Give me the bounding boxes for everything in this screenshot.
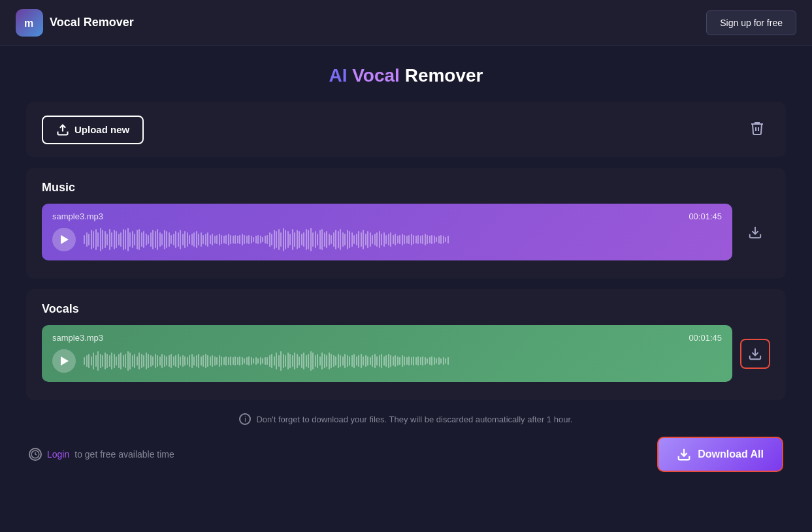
delete-button[interactable] [744,115,770,144]
app-title: Vocal Remover [50,16,134,29]
vocals-player-row: sample3.mp3 00:01:45 [42,325,770,382]
download-all-label: Download All [698,448,764,460]
vocals-duration: 00:01:45 [689,333,722,343]
music-play-button[interactable] [52,228,76,251]
vocals-section-label: Vocals [42,302,770,316]
header-left: m Vocal Remover [16,9,134,37]
login-hint-text: to get free available time [74,449,174,460]
trash-icon [749,120,765,136]
music-duration: 00:01:45 [689,211,722,221]
page-title-remover: Remover [405,65,483,86]
music-download-button[interactable] [740,217,770,247]
vocals-filename: sample3.mp3 [52,333,103,343]
vocals-download-button[interactable] [740,339,770,369]
download-icon [748,225,762,240]
download-icon-vocals [748,347,762,361]
login-hint: Login to get free available time [29,448,174,461]
vocals-waveform [84,348,722,374]
info-bar: i Don't forget to download your files. T… [26,413,786,425]
music-player: sample3.mp3 00:01:45 [42,204,732,260]
play-icon-vocals [61,356,69,366]
timer-icon [29,448,42,461]
music-section-card: Music sample3.mp3 00:01:45 [26,168,786,279]
vocals-player: sample3.mp3 00:01:45 [42,325,732,382]
music-filename: sample3.mp3 [52,211,103,221]
upload-bar: Upload new [42,115,770,144]
upload-button[interactable]: Upload new [42,116,144,144]
vocals-section-card: Vocals sample3.mp3 00:01:45 [26,289,786,400]
download-all-button[interactable]: Download All [657,437,783,472]
page-title-ai: AI [329,65,347,86]
page-title-vocal: Vocal [352,65,400,86]
play-icon [61,235,69,244]
login-link[interactable]: Login [47,449,69,460]
upload-icon [56,123,69,136]
music-waveform [84,227,722,253]
bottom-bar: Login to get free available time Downloa… [26,437,786,472]
upload-card: Upload new [26,102,786,157]
vocals-play-button[interactable] [52,349,76,373]
info-icon: i [239,413,251,425]
svg-text:m: m [24,18,33,29]
signup-button[interactable]: Sign up for free [706,10,796,35]
music-player-row: sample3.mp3 00:01:45 [42,204,770,260]
main-content: AI Vocal Remover Upload new [0,46,812,492]
vocals-controls [52,348,722,374]
music-section-label: Music [42,181,770,195]
logo-icon: m [16,9,43,37]
header: m Vocal Remover Sign up for free [0,0,812,46]
page-title: AI Vocal Remover [26,65,786,86]
download-all-icon [677,447,691,462]
music-controls [52,227,722,253]
info-message: Don't forget to download your files. The… [256,415,572,424]
